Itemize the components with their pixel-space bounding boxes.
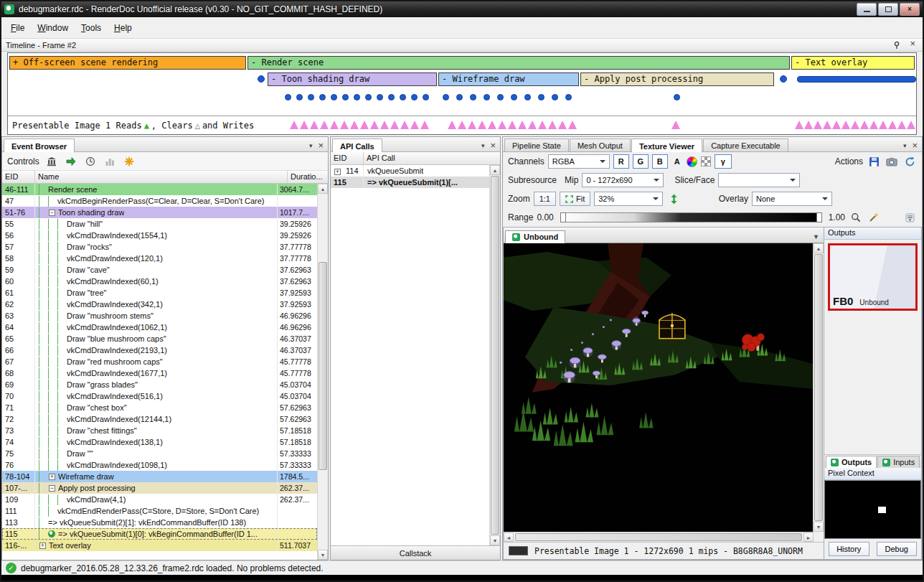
scroll-left-icon[interactable]: ◄	[504, 532, 514, 542]
texture-image[interactable]	[504, 243, 814, 532]
timeline-header[interactable]: Timeline - Frame #2 ×	[1, 39, 923, 52]
write-triangle-icon[interactable]	[340, 121, 349, 129]
autofit-wand-icon[interactable]	[867, 210, 881, 225]
panel-close-icon[interactable]: ×	[487, 142, 499, 151]
api-call-row[interactable]: + 114vkQueueSubmit	[331, 165, 489, 177]
tab-pipeline-state[interactable]: Pipeline State	[504, 139, 569, 151]
write-triangle-icon[interactable]	[869, 121, 878, 129]
write-triangle-icon[interactable]	[390, 121, 399, 129]
write-triangle-icon[interactable]	[478, 121, 486, 129]
timeline-draw-dot[interactable]	[354, 94, 360, 100]
column-eid[interactable]: EID	[331, 152, 364, 164]
timeline-draw-dot[interactable]	[470, 94, 476, 100]
close-button[interactable]: ×	[900, 3, 920, 16]
event-row[interactable]: 46-111Render scene3064.7...	[2, 184, 317, 195]
write-triangle-icon[interactable]	[860, 121, 869, 129]
scroll-down-icon[interactable]: ▼	[490, 535, 500, 545]
event-row[interactable]: 78-104+Wireframe draw1784.5...	[2, 471, 317, 482]
event-row[interactable]: 60vkCmdDrawIndexed(60,1)37.62963	[2, 276, 317, 287]
write-triangle-icon[interactable]	[538, 121, 547, 129]
time-durations-icon[interactable]	[83, 154, 98, 169]
timeline-draw-dot[interactable]	[377, 94, 383, 100]
write-triangle-icon[interactable]	[832, 121, 841, 129]
timeline-draw-dot[interactable]	[319, 94, 326, 100]
write-triangle-icon[interactable]	[330, 121, 339, 129]
write-triangle-icon[interactable]	[488, 121, 496, 129]
timeline-draw-dot[interactable]	[331, 94, 337, 100]
timeline-draw-dot[interactable]	[423, 94, 429, 100]
event-row[interactable]: 107-...−Apply post processing262.37...	[2, 482, 317, 494]
write-triangle-icon[interactable]	[907, 121, 915, 129]
event-row[interactable]: 76vkCmdDrawIndexed(1098,1)57.33333	[2, 459, 317, 471]
timeline-draw-dot[interactable]	[285, 94, 291, 100]
color-wheel-icon[interactable]	[687, 156, 697, 167]
event-row[interactable]: 55Draw "hill"39.25926	[2, 218, 317, 230]
history-button[interactable]: History	[829, 542, 869, 556]
tab-texture-viewer[interactable]: Texture Viewer	[631, 139, 702, 152]
goto-eid-icon[interactable]	[64, 154, 78, 169]
timeline-draw-dot[interactable]	[511, 94, 517, 100]
event-row[interactable]: 73Draw "chest fittings"57.18518	[2, 425, 317, 436]
checkerboard-background-icon[interactable]	[701, 156, 711, 166]
write-triangle-icon[interactable]	[888, 121, 897, 129]
timeline-draw-dot[interactable]	[411, 94, 418, 100]
timeline-draw-dot[interactable]	[365, 94, 372, 100]
event-row[interactable]: 57Draw "rocks"37.77778	[2, 241, 317, 253]
output-thumbnail-fb0[interactable]: FB0 Unbound	[828, 243, 918, 311]
panel-menu-icon[interactable]: ▾	[478, 142, 488, 151]
write-triangle-icon[interactable]	[290, 121, 298, 129]
event-row[interactable]: 111vkCmdEndRenderPass(C=Store, D=Store, …	[2, 505, 317, 517]
timeline-draw-dot[interactable]	[342, 94, 349, 100]
event-row[interactable]: 72vkCmdDrawIndexed(12144,1)57.62963	[2, 413, 317, 425]
event-row[interactable]: 68vkCmdDrawIndexed(1677,1)45.77778	[2, 367, 317, 379]
write-triangle-icon[interactable]	[458, 121, 466, 129]
scrollbar-thumb[interactable]	[814, 254, 823, 521]
write-triangle-icon[interactable]	[320, 121, 329, 129]
scroll-right-icon[interactable]: ►	[803, 532, 814, 542]
title-bar[interactable]: debugmarker.rdc - RenderDoc Unofficial r…	[1, 1, 923, 17]
write-triangle-icon[interactable]	[448, 121, 456, 129]
tab-capture-executable[interactable]: Capture Executable	[703, 139, 788, 151]
scrollbar-thumb[interactable]	[491, 176, 499, 535]
write-triangle-icon[interactable]	[400, 121, 409, 129]
flip-y-icon[interactable]	[666, 192, 681, 206]
expander-icon[interactable]: +	[39, 543, 46, 549]
pin-icon[interactable]	[893, 41, 901, 49]
expander-icon[interactable]: +	[334, 169, 341, 175]
panel-menu-icon[interactable]: ▾	[306, 142, 316, 151]
event-row[interactable]: 59Draw "cave"37.62963	[2, 264, 317, 276]
mip-select[interactable]: 0 - 1272x690	[582, 173, 664, 187]
column-eid[interactable]: EID	[2, 171, 35, 183]
zoom-range-icon[interactable]	[849, 210, 863, 225]
overlay-select[interactable]: None	[752, 192, 832, 206]
write-triangle-icon[interactable]	[300, 121, 308, 129]
bookmark-icon[interactable]	[122, 154, 136, 169]
write-triangle-icon[interactable]	[897, 121, 906, 129]
slice-face-select[interactable]	[718, 173, 800, 187]
tab-unbound-texture[interactable]: Unbound	[505, 230, 565, 243]
event-row[interactable]: 75Draw ""57.33333	[2, 448, 317, 459]
panel-close-icon[interactable]: ×	[909, 142, 920, 151]
scroll-down-icon[interactable]: ▼	[318, 550, 328, 560]
debug-button[interactable]: Debug	[877, 542, 918, 556]
screenshot-icon[interactable]	[885, 154, 899, 169]
write-triangle-icon[interactable]	[671, 121, 680, 129]
timeline-bars[interactable]: + Off-screen scene rendering- Render sce…	[8, 53, 916, 116]
range-slider[interactable]	[560, 212, 822, 222]
column-name[interactable]: Name	[35, 171, 288, 183]
write-triangle-icon[interactable]	[508, 121, 517, 129]
timeline-marker-bar[interactable]: + Off-screen scene rendering	[9, 56, 246, 70]
menu-item-file[interactable]: File	[4, 20, 31, 36]
range-min-value[interactable]: 0.00	[537, 212, 553, 222]
texture-hscrollbar[interactable]: ◄ ►	[504, 532, 814, 542]
write-triangle-icon[interactable]	[842, 121, 850, 129]
timeline-draw-span[interactable]	[797, 76, 916, 83]
event-row[interactable]: 64vkCmdDrawIndexed(1062,1)46.96296	[2, 321, 317, 333]
write-triangle-icon[interactable]	[879, 121, 887, 129]
tab-outputs[interactable]: Outputs	[826, 456, 877, 468]
timeline-marker-bar[interactable]: - Wireframe draw	[438, 72, 579, 86]
write-triangle-icon[interactable]	[360, 121, 369, 129]
channels-select[interactable]: RGBA	[548, 154, 610, 169]
write-triangle-icon[interactable]	[420, 121, 429, 129]
api-calls-scrollbar[interactable]: ▲ ▼	[489, 165, 500, 545]
